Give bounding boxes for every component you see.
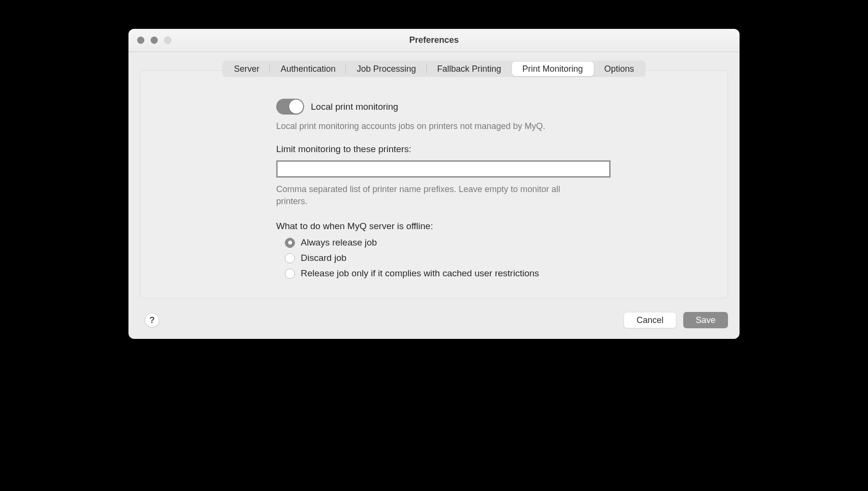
limit-printers-label: Limit monitoring to these printers: bbox=[276, 144, 613, 155]
offline-radio-group: Always release job Discard job Release j… bbox=[276, 237, 613, 279]
local-print-monitoring-label: Local print monitoring bbox=[311, 102, 398, 112]
titlebar: Preferences bbox=[128, 29, 740, 52]
radio-release-cached[interactable]: Release job only if it complies with cac… bbox=[285, 268, 613, 279]
radio-label: Release job only if it complies with cac… bbox=[301, 268, 539, 279]
radio-icon bbox=[285, 253, 295, 263]
preferences-window: Preferences Server Authentication Job Pr… bbox=[128, 29, 740, 339]
radio-always-release[interactable]: Always release job bbox=[285, 237, 613, 248]
tab-fallback-printing[interactable]: Fallback Printing bbox=[427, 62, 512, 76]
window-title: Preferences bbox=[128, 35, 740, 45]
radio-icon bbox=[285, 238, 295, 248]
content-frame: Local print monitoring Local print monit… bbox=[140, 70, 728, 298]
close-window-icon[interactable] bbox=[137, 37, 144, 44]
local-print-monitoring-row: Local print monitoring bbox=[276, 99, 613, 115]
tab-options[interactable]: Options bbox=[594, 62, 645, 76]
tab-job-processing[interactable]: Job Processing bbox=[346, 62, 426, 76]
save-button[interactable]: Save bbox=[683, 312, 728, 328]
local-print-monitoring-toggle[interactable] bbox=[276, 99, 304, 115]
tab-server[interactable]: Server bbox=[223, 62, 270, 76]
help-icon: ? bbox=[150, 315, 155, 325]
cancel-button[interactable]: Cancel bbox=[624, 312, 677, 328]
radio-icon bbox=[285, 269, 295, 279]
tabs: Server Authentication Job Processing Fal… bbox=[222, 61, 645, 77]
footer: ? Cancel Save bbox=[128, 307, 740, 339]
content: Local print monitoring Local print monit… bbox=[276, 99, 613, 279]
limit-printers-input[interactable] bbox=[276, 160, 611, 178]
monitoring-description: Local print monitoring accounts jobs on … bbox=[276, 121, 613, 131]
radio-discard-job[interactable]: Discard job bbox=[285, 253, 613, 263]
traffic-lights bbox=[128, 37, 171, 44]
toggle-knob-icon bbox=[289, 100, 303, 114]
tab-print-monitoring[interactable]: Print Monitoring bbox=[512, 62, 594, 76]
minimize-window-icon[interactable] bbox=[151, 37, 158, 44]
tab-authentication[interactable]: Authentication bbox=[270, 62, 346, 76]
help-button[interactable]: ? bbox=[145, 313, 159, 327]
radio-label: Discard job bbox=[301, 253, 346, 263]
offline-action-label: What to do when MyQ server is offline: bbox=[276, 221, 613, 232]
limit-printers-hint: Comma separated list of printer name pre… bbox=[276, 183, 594, 207]
maximize-window-icon[interactable] bbox=[164, 37, 171, 44]
radio-label: Always release job bbox=[301, 237, 377, 248]
